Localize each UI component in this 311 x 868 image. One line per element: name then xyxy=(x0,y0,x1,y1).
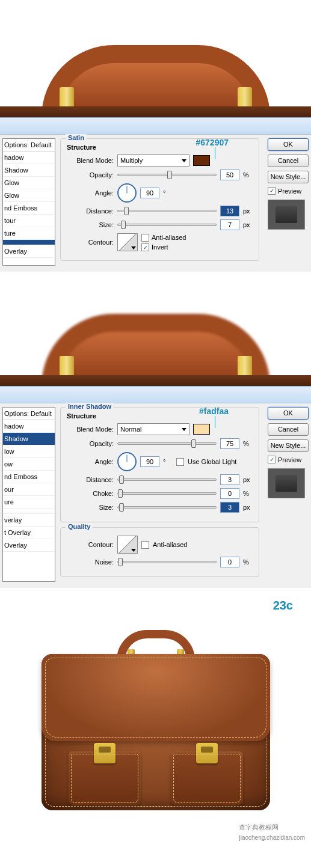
preview-checkbox[interactable]: ✓ xyxy=(268,456,276,463)
angle-dial[interactable] xyxy=(117,452,137,471)
unit-px: px xyxy=(243,207,253,215)
distance-label: Distance: xyxy=(67,476,114,483)
list-item[interactable]: tour xyxy=(3,215,55,227)
list-item[interactable]: nd Emboss xyxy=(3,202,55,215)
unit-percent: % xyxy=(243,440,253,447)
group-title: Quality xyxy=(66,523,93,530)
noise-slider[interactable] xyxy=(117,561,217,563)
opacity-input[interactable]: 50 xyxy=(220,170,239,180)
size-slider[interactable] xyxy=(117,506,217,509)
hex-annotation: #672907 xyxy=(196,138,229,147)
briefcase-pocket-right xyxy=(171,751,243,805)
opacity-slider[interactable] xyxy=(117,442,217,445)
noise-input[interactable]: 0 xyxy=(220,557,239,567)
briefcase-top-edge xyxy=(0,375,311,386)
list-item[interactable]: nd Emboss xyxy=(3,471,55,483)
dialog-titlebar[interactable] xyxy=(0,118,311,135)
contour-picker[interactable] xyxy=(117,233,138,251)
global-light-label: Use Global Light xyxy=(188,458,236,465)
list-item[interactable]: our xyxy=(3,483,55,496)
chevron-down-icon xyxy=(182,159,186,162)
distance-slider[interactable] xyxy=(117,478,217,481)
new-style-button[interactable]: New Style... xyxy=(268,171,309,183)
angle-input[interactable]: 90 xyxy=(140,188,159,198)
blend-mode-select[interactable]: Multiply xyxy=(117,154,189,167)
size-input[interactable]: 3 xyxy=(220,502,239,513)
briefcase-top-edge xyxy=(0,106,311,117)
angle-input[interactable]: 90 xyxy=(140,456,159,467)
unit-percent: % xyxy=(243,558,253,566)
preview-checkbox[interactable]: ✓ xyxy=(268,187,276,195)
list-item[interactable]: t Overlay xyxy=(3,527,55,539)
distance-label: Distance: xyxy=(67,207,114,215)
unit-px: px xyxy=(243,504,253,511)
ok-button[interactable]: OK xyxy=(268,407,309,420)
choke-slider[interactable] xyxy=(117,492,217,495)
list-item[interactable]: hadow xyxy=(3,420,55,433)
list-item-satin[interactable] xyxy=(3,240,55,245)
list-item[interactable]: Glow xyxy=(3,177,55,189)
cancel-button[interactable]: Cancel xyxy=(268,423,309,436)
list-item[interactable]: low xyxy=(3,445,55,458)
styles-list[interactable]: Options: Default hadow Shadow low ow nd … xyxy=(2,407,55,582)
briefcase-pocket-left xyxy=(69,751,141,805)
contour-label: Contour: xyxy=(67,239,114,246)
cancel-button[interactable]: Cancel xyxy=(268,154,309,167)
chevron-down-icon xyxy=(182,428,186,431)
styles-list[interactable]: Options: Default hadow Shadow Glow Glow … xyxy=(2,138,55,266)
anti-aliased-checkbox[interactable] xyxy=(141,541,149,549)
choke-input[interactable]: 0 xyxy=(220,488,239,499)
list-item[interactable]: Glow xyxy=(3,189,55,202)
size-slider[interactable] xyxy=(117,224,217,226)
angle-dial[interactable] xyxy=(117,183,137,203)
opacity-slider[interactable] xyxy=(117,174,217,176)
size-input[interactable]: 7 xyxy=(220,219,239,230)
list-item-inner-shadow[interactable]: Shadow xyxy=(3,433,55,445)
invert-checkbox[interactable]: ✓ xyxy=(141,243,149,251)
invert-label: Invert xyxy=(152,243,168,251)
hex-annotation: #fadfaa xyxy=(199,406,229,416)
blend-mode-select[interactable]: Normal xyxy=(117,423,189,435)
anti-aliased-label: Anti-aliased xyxy=(152,234,186,241)
list-item[interactable] xyxy=(3,509,55,514)
opacity-label: Opacity: xyxy=(67,171,114,179)
preview-thumbnail xyxy=(268,468,305,498)
list-item[interactable]: verlay xyxy=(3,514,55,527)
dialog-titlebar[interactable] xyxy=(0,387,311,403)
list-item[interactable]: ture xyxy=(3,227,55,240)
anti-aliased-checkbox[interactable] xyxy=(141,234,149,242)
list-item[interactable]: Overlay xyxy=(3,539,55,552)
blend-mode-label: Blend Mode: xyxy=(67,157,114,164)
contour-picker[interactable] xyxy=(117,536,138,554)
list-item[interactable]: Shadow xyxy=(3,164,55,177)
noise-label: Noise: xyxy=(67,558,114,566)
opacity-label: Opacity: xyxy=(67,440,114,447)
distance-input[interactable]: 13 xyxy=(220,206,239,216)
unit-percent: % xyxy=(243,171,253,179)
list-item[interactable]: Overlay xyxy=(3,245,55,258)
list-item[interactable]: ure xyxy=(3,496,55,509)
color-swatch[interactable] xyxy=(193,155,210,166)
new-style-button[interactable]: New Style... xyxy=(268,439,309,452)
layer-style-dialog: Options: Default hadow Shadow Glow Glow … xyxy=(0,117,311,272)
distance-input[interactable]: 3 xyxy=(220,474,239,485)
group-title: Inner Shadow xyxy=(66,403,114,410)
ok-button[interactable]: OK xyxy=(268,138,309,151)
distance-slider[interactable] xyxy=(117,210,217,212)
blending-options-header: Options: Default xyxy=(3,408,55,420)
size-label: Size: xyxy=(67,221,114,228)
opacity-input[interactable]: 75 xyxy=(220,438,239,449)
hex-line xyxy=(215,416,215,428)
color-swatch[interactable] xyxy=(193,424,210,435)
contour-label: Contour: xyxy=(67,541,114,548)
list-item[interactable]: ow xyxy=(3,458,55,471)
preview-label: Preview xyxy=(278,188,301,195)
chevron-down-icon xyxy=(131,549,136,552)
watermark-bottom: 查字典教程网 jiaocheng.chazidian.com xyxy=(239,822,305,842)
anti-aliased-label: Anti-aliased xyxy=(153,541,187,548)
blending-options-header: Options: Default xyxy=(3,139,55,151)
hex-line xyxy=(215,147,215,159)
list-item[interactable]: hadow xyxy=(3,151,55,164)
step-label-c: 23c xyxy=(273,599,293,613)
global-light-checkbox[interactable] xyxy=(176,458,184,466)
